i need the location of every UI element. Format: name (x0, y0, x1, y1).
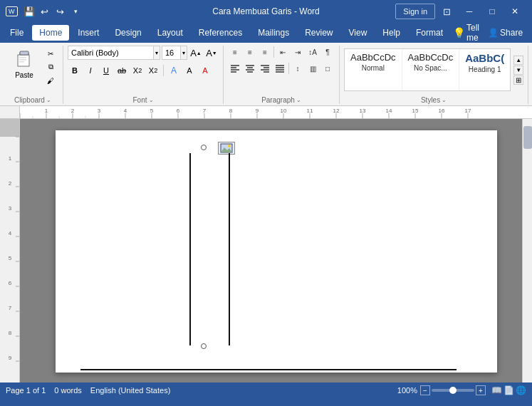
tell-me-button[interactable]: 💡 Tell me (453, 23, 479, 43)
ribbon-display-options-button[interactable]: ⊡ (439, 4, 454, 19)
menu-review[interactable]: Review (298, 25, 340, 41)
font-expand-icon[interactable]: ⌄ (149, 97, 154, 103)
line-spacing-button[interactable]: ↕ (291, 62, 305, 75)
zoom-in-button[interactable]: + (476, 385, 486, 395)
menu-format[interactable]: Format (409, 25, 450, 41)
svg-rect-1 (18, 55, 29, 66)
styles-scroll-down[interactable]: ▼ (513, 66, 523, 75)
svg-text:11: 11 (307, 108, 313, 114)
styles-expand-icon[interactable]: ⌄ (442, 97, 447, 103)
text-highlight-button[interactable]: A (182, 63, 197, 78)
justify-button[interactable] (273, 62, 287, 75)
menu-file[interactable]: File (3, 25, 31, 41)
align-right-button[interactable] (258, 62, 272, 75)
styles-scroll-up[interactable]: ▲ (513, 56, 523, 65)
zoom-slider[interactable] (432, 389, 474, 392)
divider (163, 65, 164, 76)
font-name-select[interactable]: Calibri (Body) ▾ (68, 46, 160, 60)
svg-text:6: 6 (9, 280, 12, 286)
read-mode-button[interactable]: 📖 (491, 385, 502, 395)
svg-rect-5 (19, 61, 24, 63)
horizontal-ruler: 1 2 3 4 5 6 7 8 9 10 11 12 13 14 15 16 1… (0, 106, 532, 119)
italic-button[interactable]: I (83, 63, 98, 78)
customize-quick-access-button[interactable]: ▾ (69, 4, 83, 19)
status-bar-left: Page 1 of 1 0 words English (United Stat… (6, 386, 170, 395)
font-decrease-button[interactable]: A▼ (204, 46, 219, 60)
clipboard-expand-icon[interactable]: ⌄ (46, 97, 51, 103)
svg-rect-60 (0, 119, 20, 137)
svg-text:14: 14 (386, 108, 392, 114)
menu-help[interactable]: Help (375, 25, 407, 41)
web-layout-button[interactable]: 🌐 (516, 385, 526, 395)
handle-top[interactable] (201, 145, 207, 150)
paste-button[interactable]: Paste (7, 46, 41, 82)
scrollbar-thumb[interactable] (523, 126, 532, 149)
format-painter-button[interactable]: 🖌 (43, 74, 58, 87)
styles-more[interactable]: ⊞ (513, 76, 523, 85)
print-layout-button[interactable]: 📄 (504, 385, 514, 395)
svg-text:7: 7 (9, 305, 12, 311)
font-increase-button[interactable]: A▲ (189, 46, 203, 60)
menu-mailings[interactable]: Mailings (251, 25, 296, 41)
svg-text:1: 1 (9, 155, 12, 162)
subscript-button[interactable]: X2 (130, 63, 145, 78)
svg-text:6: 6 (177, 108, 180, 114)
menu-layout[interactable]: Layout (150, 25, 190, 41)
underline-button[interactable]: U (99, 63, 113, 78)
paragraph-expand-icon[interactable]: ⌄ (296, 97, 301, 103)
menu-view[interactable]: View (342, 25, 375, 41)
handle-bottom[interactable] (201, 343, 207, 349)
svg-text:2: 2 (9, 180, 12, 187)
close-button[interactable]: ✕ (504, 0, 526, 23)
ribbon-group-font: Calibri (Body) ▾ 16 ▾ A▲ A▼ B I U ab X2 (63, 46, 224, 104)
bullets-button[interactable]: ≡ (228, 46, 242, 58)
menu-design[interactable]: Design (108, 25, 148, 41)
zoom-out-button[interactable]: − (420, 385, 430, 395)
copy-button[interactable]: ⧉ (43, 61, 58, 73)
svg-rect-3 (19, 57, 26, 58)
ribbon-group-clipboard: Paste ✂ ⧉ 🖌 Clipboard ⌄ (3, 46, 63, 104)
status-bar: Page 1 of 1 0 words English (United Stat… (0, 382, 532, 398)
align-center-button[interactable] (243, 62, 257, 75)
style-normal[interactable]: AaBbCcDc Normal (345, 49, 402, 90)
bold-button[interactable]: B (68, 63, 82, 78)
ribbon-group-paragraph: ≡ ≡ ≡ ⇤ ⇥ ↕A ¶ (224, 46, 340, 104)
document-page[interactable] (56, 130, 497, 373)
cut-button[interactable]: ✂ (43, 47, 58, 60)
share-button[interactable]: 👤 Share (481, 25, 530, 41)
show-hide-button[interactable]: ¶ (320, 46, 335, 58)
menu-insert[interactable]: Insert (71, 25, 106, 41)
redo-button[interactable]: ↪ (53, 4, 68, 19)
increase-indent-button[interactable]: ⇥ (291, 46, 305, 58)
maximize-button[interactable]: □ (481, 0, 504, 23)
strikethrough-button[interactable]: ab (115, 63, 129, 78)
font-size-select[interactable]: 16 ▾ (162, 46, 187, 60)
vertical-scrollbar[interactable] (522, 119, 532, 382)
image-anchor-icon (218, 142, 235, 155)
align-left-button[interactable] (228, 62, 242, 75)
text-effects-button[interactable]: A (167, 63, 181, 78)
svg-text:13: 13 (360, 108, 366, 114)
sign-in-button[interactable]: Sign in (395, 4, 435, 19)
multilevel-list-button[interactable]: ≡ (258, 46, 272, 58)
svg-rect-4 (19, 59, 26, 61)
borders-button[interactable]: □ (320, 62, 335, 75)
font-color-button[interactable]: A (198, 63, 212, 78)
style-no-spacing[interactable]: AaBbCcDc No Spac... (402, 49, 459, 90)
menu-home[interactable]: Home (32, 25, 69, 41)
sort-button[interactable]: ↕A (306, 46, 320, 58)
undo-button[interactable]: ↩ (38, 4, 52, 19)
shading-button[interactable]: ▥ (306, 62, 320, 75)
superscript-button[interactable]: X2 (146, 63, 160, 78)
font-name-arrow[interactable]: ▾ (153, 46, 160, 59)
decrease-indent-button[interactable]: ⇤ (276, 46, 290, 58)
numbering-button[interactable]: ≡ (243, 46, 257, 58)
minimize-button[interactable]: ─ (458, 0, 481, 23)
font-size-arrow[interactable]: ▾ (180, 46, 187, 59)
style-heading1[interactable]: AaBbC( Heading 1 (459, 49, 510, 90)
menu-references[interactable]: References (192, 25, 249, 41)
svg-text:10: 10 (281, 108, 287, 114)
page-count: Page 1 of 1 (6, 386, 46, 395)
title-bar-right: Sign in ⊡ ─ □ ✕ (395, 0, 526, 23)
save-button[interactable]: 💾 (22, 4, 36, 19)
